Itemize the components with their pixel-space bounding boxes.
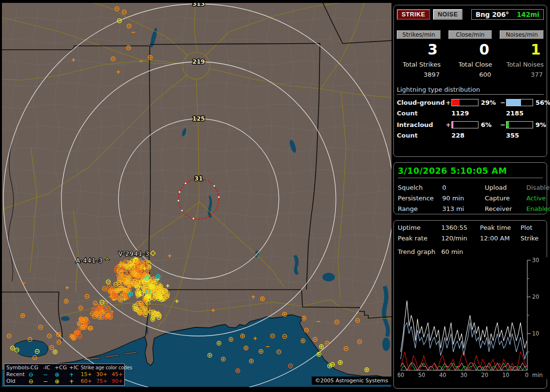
- y-tick-20: 20: [532, 294, 539, 300]
- ic-plus-count: 228: [451, 132, 500, 139]
- trend-graph-label: Trend graph: [398, 248, 441, 255]
- peak-rate-label: Peak rate: [398, 235, 441, 242]
- squelch-value: 0: [442, 184, 485, 191]
- cloud-ground-label: Cloud-ground: [397, 99, 445, 106]
- station-label: A-441-3: [76, 257, 103, 264]
- cg-minus-count: 2185: [506, 110, 550, 117]
- x-tick-60: 60: [398, 372, 404, 378]
- ic-plus-bar: [451, 121, 478, 128]
- strikes-per-min-button[interactable]: Strikes/min: [397, 30, 441, 39]
- ring-label-313: 313: [192, 3, 205, 7]
- age-30: 30+: [96, 371, 112, 378]
- peak-rate-value: 120/min: [441, 235, 480, 242]
- cg-count-label: Count: [397, 110, 445, 117]
- ic-minus-old-icon: −: [43, 378, 55, 385]
- range-label: Range: [398, 205, 442, 212]
- minus-sign: −: [500, 121, 506, 128]
- ic-plus-percent: 6%: [478, 121, 500, 128]
- strike-counters-panel: STRIKE NOISE Bng 206° 142mi Strikes/min …: [393, 5, 547, 157]
- age-45: 45+: [112, 371, 126, 378]
- legend-age-header: Strike age color codes: [81, 364, 126, 371]
- map-legend: Symbols -CG -IC +CG +IC Strike age color…: [4, 364, 125, 386]
- distribution-title: Lightning type distribution: [397, 86, 544, 95]
- trend-chart: 1020306050403020100min: [398, 257, 548, 379]
- bearing-readout: Bng 206° 142mi: [471, 9, 544, 20]
- ring-label-219: 219: [192, 58, 205, 65]
- x-axis-unit: min: [532, 372, 543, 378]
- cg-plus-bar: [451, 99, 478, 106]
- cg-minus-recent-icon: ⊖: [29, 371, 43, 378]
- cg-minus-percent: 56%: [533, 99, 550, 106]
- legend-col-+ic: +IC: [69, 364, 81, 371]
- strike-button[interactable]: STRIKE: [397, 9, 430, 20]
- ic-minus-bar: [506, 121, 533, 128]
- cg-plus-count: 1129: [451, 110, 500, 117]
- bay: [382, 337, 390, 351]
- ic-minus-recent-icon: −: [43, 371, 55, 378]
- y-tick-30: 30: [532, 257, 539, 264]
- legend-symbols-label: Symbols: [6, 364, 29, 371]
- x-tick-50: 50: [418, 372, 425, 378]
- close-per-min-value: 0: [449, 39, 492, 59]
- close-per-min-button[interactable]: Close/min: [449, 30, 492, 39]
- upload-label: Upload: [485, 184, 526, 191]
- age-75: 75+: [96, 378, 112, 385]
- legend-recent-label: Recent: [6, 371, 29, 378]
- ic-count-label: Count: [397, 132, 445, 139]
- receiver-state: Enabled: [526, 205, 550, 212]
- total-strikes-label: Total Strikes: [397, 59, 441, 68]
- x-tick-20: 20: [481, 372, 489, 378]
- persistence-label: Persistence: [398, 195, 442, 202]
- plus-sign: +: [445, 121, 451, 128]
- uptime-value: 1360:55: [441, 224, 480, 231]
- noises-per-min-button[interactable]: Noises/min: [500, 30, 544, 39]
- uptime-label: Uptime: [398, 224, 441, 231]
- total-noises-value: 377: [500, 68, 544, 78]
- total-noises-label: Total Noises: [500, 59, 544, 68]
- plot-mode-value: Strike: [521, 235, 543, 242]
- trend-graph-window: 60 min: [441, 248, 543, 255]
- legend-old-label: Old: [6, 378, 29, 385]
- lightning-map[interactable]: 31321912531 V-2941-3A-441-3^ Symbols -CG…: [2, 3, 391, 387]
- total-strikes-value: 3897: [397, 68, 441, 78]
- range-value: 313 mi: [442, 205, 485, 212]
- x-tick-30: 30: [460, 372, 467, 378]
- cg-minus-old-icon: ⊖: [29, 378, 43, 385]
- age-15: 15+: [81, 371, 96, 378]
- age-60: 60+: [81, 378, 96, 385]
- trend-panel: Uptime 1360:55 Peak time Plot Peak rate …: [393, 220, 547, 389]
- station-label: V-2941-3: [118, 250, 150, 257]
- peak-time-label: Peak time: [480, 224, 521, 231]
- total-close-label: Total Close: [449, 59, 492, 68]
- noises-per-min-value: 1: [500, 39, 544, 59]
- ring-label-31: 31: [194, 175, 203, 182]
- plot-label: Plot: [521, 224, 543, 231]
- legend-col-+cg: +CG: [55, 364, 69, 371]
- cg-plus-recent-icon: ⊕: [55, 371, 69, 378]
- bearing-distance: 142mi: [517, 11, 539, 18]
- cg-plus-old-icon: ⊕: [55, 378, 69, 385]
- status-panel: 3/10/2026 5:10:05 AM Squelch 0 Upload Di…: [393, 162, 547, 214]
- persistence-value: 90 min: [442, 195, 485, 202]
- station-caret-icon: ^: [105, 257, 110, 264]
- capture-state: Active: [526, 195, 550, 202]
- legend-col--cg: -CG: [29, 364, 43, 371]
- squelch-label: Squelch: [398, 184, 442, 191]
- x-tick-40: 40: [439, 372, 447, 378]
- lake: [61, 316, 70, 321]
- bearing-value: Bng 206°: [476, 11, 509, 18]
- x-tick-10: 10: [502, 372, 509, 378]
- receiver-label: Receiver: [485, 205, 526, 212]
- minus-sign: −: [500, 99, 506, 106]
- capture-label: Capture: [485, 195, 526, 202]
- cg-plus-percent: 29%: [478, 99, 500, 106]
- copyright-notice: ©2005 Astrogenic Systems: [312, 377, 391, 385]
- cg-minus-bar: [506, 99, 533, 106]
- datetime-display: 3/10/2026 5:10:05 AM: [398, 166, 543, 178]
- map-canvas: 31321912531 V-2941-3A-441-3^: [2, 3, 391, 387]
- noise-button[interactable]: NOISE: [433, 9, 463, 20]
- ic-plus-old-icon: +: [69, 378, 81, 385]
- lake: [322, 273, 335, 281]
- x-tick-0: 0: [525, 372, 528, 378]
- legend-col--ic: -IC: [43, 364, 55, 371]
